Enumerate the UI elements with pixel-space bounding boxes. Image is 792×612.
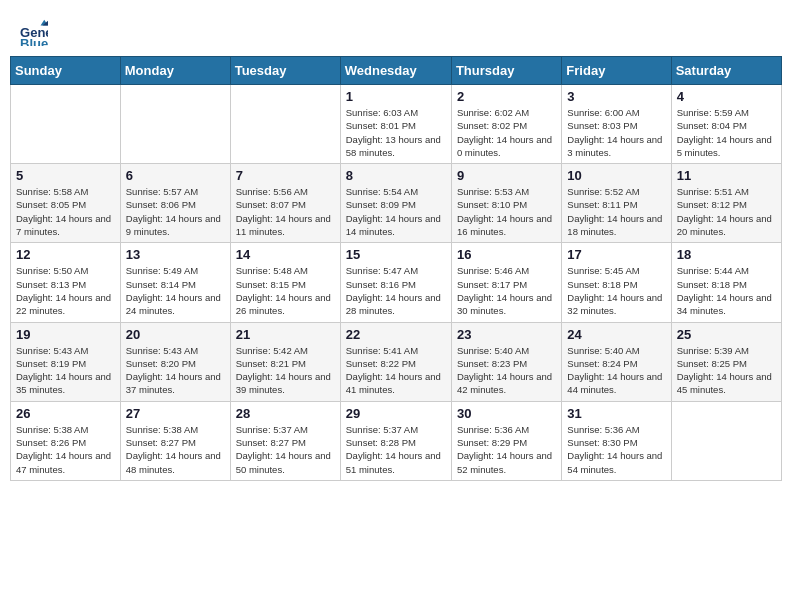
day-info: Sunrise: 5:59 AMSunset: 8:04 PMDaylight:… [677,106,776,159]
day-number: 18 [677,247,776,262]
day-number: 15 [346,247,446,262]
header-day-monday: Monday [120,57,230,85]
day-info: Sunrise: 5:46 AMSunset: 8:17 PMDaylight:… [457,264,556,317]
day-info: Sunrise: 5:51 AMSunset: 8:12 PMDaylight:… [677,185,776,238]
day-info: Sunrise: 5:56 AMSunset: 8:07 PMDaylight:… [236,185,335,238]
day-number: 17 [567,247,665,262]
header-day-wednesday: Wednesday [340,57,451,85]
day-number: 5 [16,168,115,183]
page-header: General Blue [10,10,782,50]
day-cell-16: 16Sunrise: 5:46 AMSunset: 8:17 PMDayligh… [451,243,561,322]
day-cell-9: 9Sunrise: 5:53 AMSunset: 8:10 PMDaylight… [451,164,561,243]
day-cell-5: 5Sunrise: 5:58 AMSunset: 8:05 PMDaylight… [11,164,121,243]
day-number: 9 [457,168,556,183]
logo-icon: General Blue [20,18,48,46]
day-number: 1 [346,89,446,104]
day-cell-12: 12Sunrise: 5:50 AMSunset: 8:13 PMDayligh… [11,243,121,322]
day-info: Sunrise: 5:43 AMSunset: 8:20 PMDaylight:… [126,344,225,397]
day-info: Sunrise: 5:58 AMSunset: 8:05 PMDaylight:… [16,185,115,238]
day-number: 6 [126,168,225,183]
day-number: 27 [126,406,225,421]
day-number: 31 [567,406,665,421]
day-info: Sunrise: 5:47 AMSunset: 8:16 PMDaylight:… [346,264,446,317]
day-number: 22 [346,327,446,342]
day-cell-14: 14Sunrise: 5:48 AMSunset: 8:15 PMDayligh… [230,243,340,322]
day-cell-24: 24Sunrise: 5:40 AMSunset: 8:24 PMDayligh… [562,322,671,401]
day-info: Sunrise: 5:41 AMSunset: 8:22 PMDaylight:… [346,344,446,397]
day-info: Sunrise: 5:36 AMSunset: 8:30 PMDaylight:… [567,423,665,476]
header-day-sunday: Sunday [11,57,121,85]
day-number: 26 [16,406,115,421]
week-row-4: 19Sunrise: 5:43 AMSunset: 8:19 PMDayligh… [11,322,782,401]
day-number: 24 [567,327,665,342]
day-info: Sunrise: 5:36 AMSunset: 8:29 PMDaylight:… [457,423,556,476]
day-info: Sunrise: 5:37 AMSunset: 8:28 PMDaylight:… [346,423,446,476]
day-cell-3: 3Sunrise: 6:00 AMSunset: 8:03 PMDaylight… [562,85,671,164]
day-info: Sunrise: 5:44 AMSunset: 8:18 PMDaylight:… [677,264,776,317]
header-day-saturday: Saturday [671,57,781,85]
day-info: Sunrise: 5:40 AMSunset: 8:24 PMDaylight:… [567,344,665,397]
day-number: 25 [677,327,776,342]
day-number: 14 [236,247,335,262]
day-cell-27: 27Sunrise: 5:38 AMSunset: 8:27 PMDayligh… [120,401,230,480]
header-day-friday: Friday [562,57,671,85]
day-info: Sunrise: 5:54 AMSunset: 8:09 PMDaylight:… [346,185,446,238]
day-info: Sunrise: 6:03 AMSunset: 8:01 PMDaylight:… [346,106,446,159]
day-number: 12 [16,247,115,262]
logo: General Blue [20,18,52,46]
day-cell-17: 17Sunrise: 5:45 AMSunset: 8:18 PMDayligh… [562,243,671,322]
day-info: Sunrise: 5:43 AMSunset: 8:19 PMDaylight:… [16,344,115,397]
day-cell-4: 4Sunrise: 5:59 AMSunset: 8:04 PMDaylight… [671,85,781,164]
day-number: 2 [457,89,556,104]
day-cell-15: 15Sunrise: 5:47 AMSunset: 8:16 PMDayligh… [340,243,451,322]
day-number: 30 [457,406,556,421]
day-cell-2: 2Sunrise: 6:02 AMSunset: 8:02 PMDaylight… [451,85,561,164]
day-cell-30: 30Sunrise: 5:36 AMSunset: 8:29 PMDayligh… [451,401,561,480]
day-cell-19: 19Sunrise: 5:43 AMSunset: 8:19 PMDayligh… [11,322,121,401]
day-info: Sunrise: 5:40 AMSunset: 8:23 PMDaylight:… [457,344,556,397]
day-info: Sunrise: 5:50 AMSunset: 8:13 PMDaylight:… [16,264,115,317]
day-cell-31: 31Sunrise: 5:36 AMSunset: 8:30 PMDayligh… [562,401,671,480]
day-info: Sunrise: 5:57 AMSunset: 8:06 PMDaylight:… [126,185,225,238]
day-info: Sunrise: 5:52 AMSunset: 8:11 PMDaylight:… [567,185,665,238]
day-number: 21 [236,327,335,342]
day-number: 8 [346,168,446,183]
day-cell-20: 20Sunrise: 5:43 AMSunset: 8:20 PMDayligh… [120,322,230,401]
day-cell-28: 28Sunrise: 5:37 AMSunset: 8:27 PMDayligh… [230,401,340,480]
day-cell-7: 7Sunrise: 5:56 AMSunset: 8:07 PMDaylight… [230,164,340,243]
week-row-3: 12Sunrise: 5:50 AMSunset: 8:13 PMDayligh… [11,243,782,322]
day-number: 20 [126,327,225,342]
header-row: SundayMondayTuesdayWednesdayThursdayFrid… [11,57,782,85]
day-info: Sunrise: 5:48 AMSunset: 8:15 PMDaylight:… [236,264,335,317]
day-number: 3 [567,89,665,104]
week-row-2: 5Sunrise: 5:58 AMSunset: 8:05 PMDaylight… [11,164,782,243]
empty-cell [671,401,781,480]
day-cell-22: 22Sunrise: 5:41 AMSunset: 8:22 PMDayligh… [340,322,451,401]
day-cell-13: 13Sunrise: 5:49 AMSunset: 8:14 PMDayligh… [120,243,230,322]
day-number: 10 [567,168,665,183]
day-info: Sunrise: 5:53 AMSunset: 8:10 PMDaylight:… [457,185,556,238]
day-info: Sunrise: 5:38 AMSunset: 8:27 PMDaylight:… [126,423,225,476]
day-info: Sunrise: 5:45 AMSunset: 8:18 PMDaylight:… [567,264,665,317]
empty-cell [230,85,340,164]
day-info: Sunrise: 5:38 AMSunset: 8:26 PMDaylight:… [16,423,115,476]
day-info: Sunrise: 5:42 AMSunset: 8:21 PMDaylight:… [236,344,335,397]
day-cell-23: 23Sunrise: 5:40 AMSunset: 8:23 PMDayligh… [451,322,561,401]
empty-cell [120,85,230,164]
day-cell-26: 26Sunrise: 5:38 AMSunset: 8:26 PMDayligh… [11,401,121,480]
calendar-table: SundayMondayTuesdayWednesdayThursdayFrid… [10,56,782,481]
day-info: Sunrise: 6:02 AMSunset: 8:02 PMDaylight:… [457,106,556,159]
day-cell-11: 11Sunrise: 5:51 AMSunset: 8:12 PMDayligh… [671,164,781,243]
day-number: 28 [236,406,335,421]
day-number: 7 [236,168,335,183]
day-cell-18: 18Sunrise: 5:44 AMSunset: 8:18 PMDayligh… [671,243,781,322]
day-number: 4 [677,89,776,104]
svg-text:Blue: Blue [20,36,48,46]
day-number: 11 [677,168,776,183]
day-info: Sunrise: 5:37 AMSunset: 8:27 PMDaylight:… [236,423,335,476]
day-cell-8: 8Sunrise: 5:54 AMSunset: 8:09 PMDaylight… [340,164,451,243]
day-number: 23 [457,327,556,342]
day-cell-6: 6Sunrise: 5:57 AMSunset: 8:06 PMDaylight… [120,164,230,243]
week-row-5: 26Sunrise: 5:38 AMSunset: 8:26 PMDayligh… [11,401,782,480]
day-info: Sunrise: 5:39 AMSunset: 8:25 PMDaylight:… [677,344,776,397]
